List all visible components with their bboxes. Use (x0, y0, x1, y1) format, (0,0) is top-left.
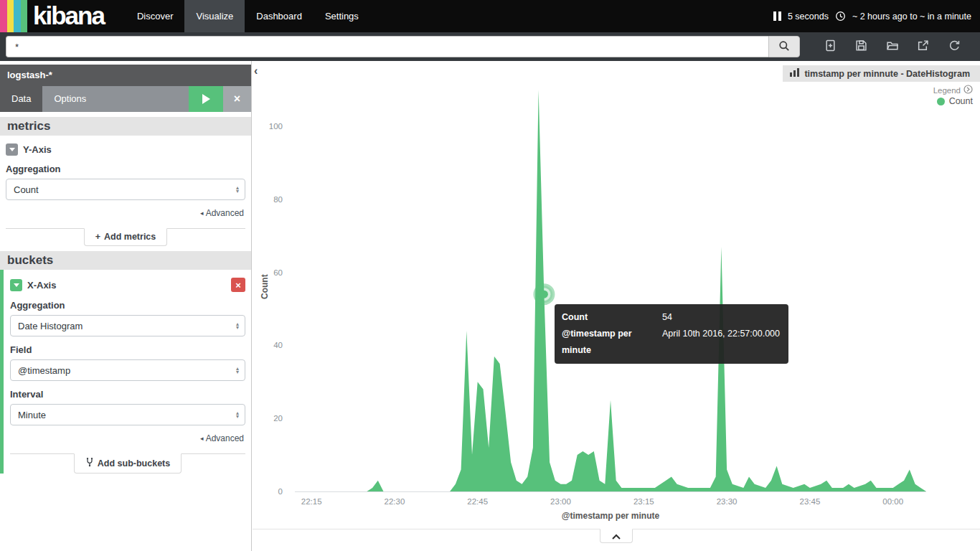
chevron-up-icon (611, 531, 621, 542)
discard-changes-button[interactable]: × (223, 86, 251, 112)
y-axis-label: Y-Axis (23, 144, 52, 155)
save-visualization-button[interactable] (847, 36, 875, 57)
y-tick-label: 20 (273, 414, 283, 423)
field-value: @timestamp (18, 365, 70, 376)
metric-aggregation-select[interactable]: Count ▴▾ (6, 179, 245, 200)
tab-data[interactable]: Data (0, 86, 42, 112)
viz-breadcrumb[interactable]: timstamp per minnute - DateHistogram (783, 65, 980, 82)
metrics-advanced-toggle[interactable]: ◂ Advanced (200, 208, 244, 218)
query-input[interactable] (6, 36, 768, 57)
search-button[interactable] (768, 36, 800, 57)
apply-changes-button[interactable] (189, 86, 223, 112)
plus-icon: + (95, 232, 100, 242)
interval-select[interactable]: Minute ▴▾ (10, 404, 245, 425)
field-label: Field (10, 344, 245, 355)
area-path (295, 90, 926, 491)
metrics-heading: metrics (0, 117, 251, 136)
load-visualization-button[interactable] (878, 36, 907, 57)
x-axis-title: @timestamp per minute (295, 511, 926, 521)
primary-nav: Discover Visualize Dashboard Settings (126, 0, 370, 32)
sidebar-collapse-toggle[interactable]: ‹ (254, 65, 258, 77)
fork-icon (85, 457, 94, 469)
select-caret-icon: ▴▾ (236, 322, 239, 329)
x-tick-label: 22:45 (467, 497, 488, 506)
x-tick-label: 23:00 (550, 497, 571, 506)
new-visualization-button[interactable] (816, 36, 844, 57)
spy-panel-toggle[interactable] (600, 529, 633, 543)
x-tick-label: 23:30 (717, 497, 738, 506)
editor-tabs: Data Options × (0, 86, 251, 112)
share-external-link-icon (917, 39, 929, 54)
x-tick-label: 22:30 (385, 497, 405, 506)
buckets-heading: buckets (0, 251, 251, 270)
tooltip-metric-value: 54 (662, 309, 672, 326)
bucket-aggregation-select[interactable]: Date Histogram ▴▾ (10, 315, 245, 336)
add-metrics-button[interactable]: + Add metrics (84, 228, 168, 246)
y-tick-label: 60 (273, 268, 283, 277)
interval-value: Minute (18, 410, 46, 420)
nav-item-dashboard[interactable]: Dashboard (245, 0, 314, 32)
remove-x-axis-button[interactable]: × (231, 278, 245, 292)
bucket-agg-editor: X-Axis × Aggregation Date Histogram ▴▾ F… (0, 270, 251, 474)
kibana-app: kibana Discover Visualize Dashboard Sett… (0, 0, 980, 551)
share-visualization-button[interactable] (909, 36, 938, 57)
triangle-left-icon: ◂ (200, 435, 204, 442)
nav-item-settings[interactable]: Settings (314, 0, 370, 32)
metric-aggregation-value: Count (14, 184, 39, 195)
kibana-logo-stripes-icon (0, 0, 27, 32)
x-tick-label: 00:00 (882, 497, 903, 506)
query-bar (0, 32, 980, 61)
collapse-x-axis-button[interactable] (10, 279, 22, 291)
triangle-left-icon: ◂ (200, 210, 204, 217)
collapse-y-axis-button[interactable] (6, 143, 18, 156)
open-folder-icon (886, 39, 899, 54)
y-axis-ticks: 020406080100 (253, 83, 290, 491)
close-icon: × (235, 281, 241, 290)
search-icon (778, 40, 790, 54)
x-tick-label: 23:15 (633, 497, 654, 506)
add-sub-buckets-button[interactable]: Add sub-buckets (74, 453, 182, 474)
viz-title: timstamp per minnute - DateHistogram (804, 69, 970, 79)
index-pattern-name: logstash-* (7, 70, 52, 80)
field-select[interactable]: @timestamp ▴▾ (10, 359, 245, 381)
nav-item-discover[interactable]: Discover (126, 0, 185, 32)
refresh-icon (948, 39, 961, 54)
x-tick-label: 22:15 (301, 497, 322, 506)
tooltip-bucket-value: April 10th 2016, 22:57:00.000 (662, 326, 780, 359)
area-chart[interactable] (295, 83, 926, 491)
x-axis-ticks: 22:1522:3022:4523:0023:1523:3023:4500:00 (295, 491, 926, 507)
nav-item-visualize[interactable]: Visualize (184, 0, 245, 32)
time-range-label[interactable]: ~ 2 hours ago to ~ in a minute (852, 11, 971, 22)
legend-toggle[interactable]: Legend (933, 85, 973, 95)
y-tick-label: 80 (273, 195, 283, 204)
kibana-logo[interactable]: kibana (0, 0, 114, 32)
y-tick-label: 100 (269, 122, 283, 131)
legend-open-icon (963, 85, 973, 95)
bucket-aggregation-value: Date Histogram (18, 321, 83, 331)
new-document-icon (824, 39, 837, 54)
spy-panel-bar (253, 529, 980, 551)
pause-refresh-icon[interactable] (773, 11, 781, 21)
y-tick-label: 0 (278, 487, 283, 496)
chart-tooltip: Count 54 @timestamp per minute April 10t… (555, 304, 788, 364)
legend-item-count[interactable]: Count (937, 96, 973, 106)
refresh-interval-label[interactable]: 5 seconds (788, 11, 829, 22)
buckets-advanced-toggle[interactable]: ◂ Advanced (200, 433, 244, 443)
save-icon (855, 39, 867, 54)
play-icon (202, 94, 210, 104)
y-tick-label: 40 (273, 341, 283, 349)
refresh-button[interactable] (940, 36, 969, 57)
vis-editor-sidebar: logstash-* Data Options × metrics Y-Axis… (0, 61, 252, 551)
chevron-down-icon (14, 283, 19, 287)
metric-agg-editor: Y-Axis Aggregation Count ▴▾ ◂ Advanced +… (0, 136, 251, 246)
tab-options[interactable]: Options (42, 86, 98, 112)
brand-wordmark: kibana (27, 0, 114, 32)
visualization-canvas: ‹ timstamp per minnute - DateHistogram L… (253, 61, 980, 551)
hover-dot (540, 291, 548, 298)
clock-icon (835, 11, 846, 22)
top-navbar: kibana Discover Visualize Dashboard Sett… (0, 0, 980, 32)
chevron-down-icon (9, 148, 15, 151)
x-tick-label: 23:45 (800, 497, 821, 506)
tooltip-metric-label: Count (562, 309, 662, 326)
select-caret-icon: ▴▾ (236, 186, 239, 193)
